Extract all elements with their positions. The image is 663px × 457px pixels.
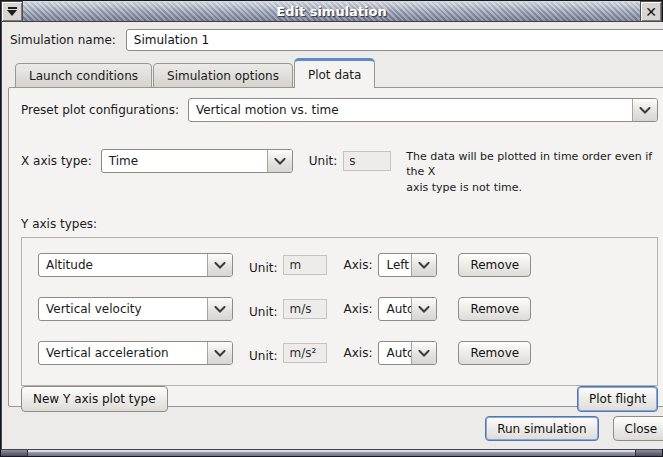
axis-label: Axis: [343,302,372,316]
y-axis-row-altitude: Altitude Unit: m Axis: Left [38,253,657,277]
bottom-frame-middle[interactable] [28,450,635,456]
plot-data-panel: Preset plot configurations: Vertical mot… [8,87,663,407]
axis-select[interactable]: Auto [378,341,437,365]
axis-value: Auto [379,342,411,364]
axis-select[interactable]: Left [378,253,437,277]
tab-label: Plot data [308,68,361,82]
y-axis-types-label: Y axis types: [21,217,658,231]
resize-grip-left[interactable] [1,450,28,456]
tab-launch-conditions[interactable]: Launch conditions [15,63,152,88]
panel-bottom-row: New Y axis plot type Plot flight [21,386,658,414]
axis-label: Axis: [343,346,372,360]
tab-label: Simulation options [167,69,279,83]
x-axis-type-label: X axis type: [21,154,92,168]
chevron-down-icon [207,298,232,320]
preset-row: Preset plot configurations: Vertical mot… [21,98,658,122]
run-simulation-button[interactable]: Run simulation [485,416,598,441]
chevron-down-icon [411,342,436,364]
window-frame-bottom [1,449,662,456]
unit-value: m [283,255,327,275]
remove-button[interactable]: Remove [458,297,531,321]
x-axis-note-line1: The data will be plotted in time order e… [406,149,658,180]
x-axis-note-line2: axis type is not time. [406,180,658,195]
close-button[interactable]: Close [613,416,663,441]
simulation-name-input[interactable] [126,29,663,51]
y-axis-types-group: Altitude Unit: m Axis: Left [21,237,658,386]
dialog-content: Simulation name: Launch conditions Simul… [2,22,663,449]
titlebar[interactable]: Edit simulation [23,1,640,22]
remove-button[interactable]: Remove [458,253,531,277]
x-axis-type-select[interactable]: Time [101,149,293,173]
close-icon: ✕ [645,5,657,19]
x-unit-value: s [343,151,391,171]
new-y-axis-plot-type-button[interactable]: New Y axis plot type [21,386,168,412]
axis-value: Auto [379,298,411,320]
axis-value: Left [379,254,411,276]
edit-simulation-dialog: Edit simulation ✕ Simulation name: Launc… [0,0,663,457]
chevron-down-icon [207,342,232,364]
y-axis-type-value: Vertical acceleration [39,342,207,364]
window-title: Edit simulation [276,4,386,19]
axis-label: Axis: [343,258,372,272]
y-axis-row-vertical-acceleration: Vertical acceleration Unit: m/s² Axis: A… [38,341,657,365]
preset-configuration-select[interactable]: Vertical motion vs. time [188,98,658,122]
window-menu-icon [7,7,17,16]
tab-simulation-options[interactable]: Simulation options [153,63,293,88]
window-close-button[interactable]: ✕ [640,1,662,22]
tab-bar: Launch conditions Simulation options Plo… [15,57,663,87]
remove-button[interactable]: Remove [458,341,531,365]
tab-plot-data[interactable]: Plot data [294,58,375,88]
y-axis-type-value: Vertical velocity [39,298,207,320]
x-axis-row: X axis type: Time Unit: s The data will … [21,149,658,195]
x-axis-type-value: Time [102,150,267,172]
y-axis-type-select[interactable]: Vertical velocity [38,297,233,321]
unit-value: m/s² [283,343,327,363]
preset-label: Preset plot configurations: [21,103,179,117]
simulation-name-row: Simulation name: [10,29,663,51]
unit-label: Unit: [249,261,277,275]
chevron-down-icon [267,150,292,172]
axis-select[interactable]: Auto [378,297,437,321]
preset-value: Vertical motion vs. time [189,99,632,121]
plot-flight-button[interactable]: Plot flight [577,386,658,412]
x-axis-note: The data will be plotted in time order e… [406,149,658,195]
simulation-name-label: Simulation name: [10,33,116,47]
chevron-down-icon [411,298,436,320]
dialog-footer: Run simulation Close [10,416,663,441]
unit-value: m/s [283,299,327,319]
tab-label: Launch conditions [29,69,138,83]
y-axis-type-select[interactable]: Altitude [38,253,233,277]
unit-label: Unit: [249,305,277,319]
y-axis-type-value: Altitude [39,254,207,276]
y-axis-row-vertical-velocity: Vertical velocity Unit: m/s Axis: Auto [38,297,657,321]
resize-grip-right[interactable] [635,450,662,456]
y-axis-type-select[interactable]: Vertical acceleration [38,341,233,365]
x-unit-label: Unit: [309,154,337,168]
window-menu-button[interactable] [1,1,23,22]
unit-label: Unit: [249,349,277,363]
chevron-down-icon [632,99,657,121]
chevron-down-icon [207,254,232,276]
titlebar-row: Edit simulation ✕ [1,1,662,22]
chevron-down-icon [411,254,436,276]
